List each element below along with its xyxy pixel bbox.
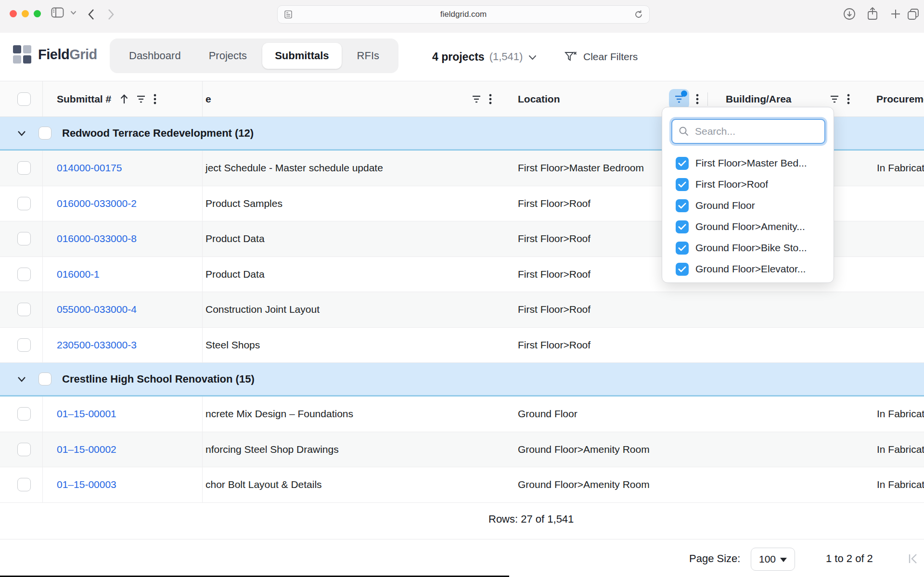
submittal-number-link[interactable]: 055000-033000-4: [57, 304, 137, 315]
row-checkbox[interactable]: [17, 232, 31, 245]
row-checkbox[interactable]: [17, 407, 31, 421]
chevron-down-icon: [528, 55, 537, 60]
new-tab-icon[interactable]: [890, 9, 901, 19]
row-checkbox[interactable]: [17, 478, 31, 491]
table-row[interactable]: 01–15-00001 ncrete Mix Design – Foundati…: [0, 397, 924, 432]
select-all-cell: [0, 81, 42, 116]
checked-checkbox[interactable]: [676, 199, 689, 212]
nav-tab-projects[interactable]: Projects: [196, 43, 259, 69]
column-label: Procurement: [861, 93, 924, 105]
filter-option[interactable]: First Floor>Roof: [662, 174, 834, 195]
project-selector-label: 4 projects: [432, 51, 485, 64]
filter-active-badge: [681, 90, 687, 97]
checked-checkbox[interactable]: [676, 157, 689, 170]
forward-button[interactable]: [108, 9, 115, 20]
downloads-icon[interactable]: [843, 8, 856, 20]
page-size-value: 100: [759, 553, 776, 565]
column-menu-icon[interactable]: [154, 93, 156, 105]
fieldgrid-logo-icon: [13, 45, 31, 64]
checked-checkbox[interactable]: [676, 178, 689, 191]
filter-option-label: First Floor>Master Bed...: [695, 157, 807, 169]
filter-icon[interactable]: [830, 95, 839, 103]
nav-tab-dashboard[interactable]: Dashboard: [116, 43, 193, 69]
brand-name: FieldGrid: [38, 47, 97, 63]
reload-icon[interactable]: [634, 10, 643, 19]
row-checkbox[interactable]: [17, 268, 31, 281]
table-row[interactable]: 230500-033000-3 Steel Shops First Floor>…: [0, 328, 924, 363]
filter-option[interactable]: Ground Floor: [662, 195, 834, 216]
submittal-number-link[interactable]: 014000-00175: [57, 162, 122, 174]
filter-option[interactable]: Ground Floor>Amenity...: [662, 216, 834, 237]
filter-search-field[interactable]: [671, 119, 825, 144]
filter-search-input[interactable]: [694, 125, 816, 138]
submittal-number-link[interactable]: 01–15-00001: [57, 408, 116, 420]
group-select-checkbox[interactable]: [38, 372, 51, 385]
collapse-group-chevron-icon[interactable]: [17, 130, 26, 136]
group-select-checkbox[interactable]: [38, 127, 51, 140]
table-row[interactable]: 055000-033000-4 Construction Joint Layou…: [0, 292, 924, 328]
app-header: FieldGrid DashboardProjectsSubmittalsRFI…: [0, 33, 924, 81]
filter-x-icon: [564, 51, 578, 63]
column-header-procurement[interactable]: Procurement: [861, 81, 924, 116]
title-cell: Product Data: [202, 221, 505, 256]
zoom-window-button[interactable]: [34, 10, 41, 17]
checked-checkbox[interactable]: [676, 220, 689, 233]
page-size-label: Page Size:: [689, 552, 740, 565]
nav-tab-submittals[interactable]: Submittals: [262, 43, 341, 69]
tab-overview-icon[interactable]: [907, 8, 920, 21]
brand: FieldGrid: [13, 45, 97, 64]
back-button[interactable]: [88, 9, 94, 20]
sort-ascending-icon[interactable]: [120, 94, 128, 104]
checked-checkbox[interactable]: [676, 242, 689, 255]
first-page-button[interactable]: [908, 552, 919, 565]
submittal-number-link[interactable]: 01–15-00003: [57, 479, 116, 490]
column-menu-icon[interactable]: [847, 93, 850, 105]
filter-option[interactable]: First Floor>Master Bed...: [662, 153, 834, 174]
reader-icon[interactable]: [283, 10, 293, 19]
row-checkbox[interactable]: [17, 443, 31, 456]
row-checkbox[interactable]: [17, 338, 31, 352]
nav-tab-rfis[interactable]: RFIs: [345, 43, 392, 69]
checked-checkbox[interactable]: [676, 263, 689, 276]
close-window-button[interactable]: [10, 10, 17, 17]
title-cell: ject Schedule - Master schedule update: [202, 151, 505, 186]
toolbar-chevron-down-icon[interactable]: [70, 11, 77, 15]
collapse-group-chevron-icon[interactable]: [17, 376, 26, 382]
active-filter-icon[interactable]: [669, 89, 689, 109]
submittal-number-link[interactable]: 01–15-00002: [57, 444, 116, 455]
procurement-cell: [861, 221, 924, 256]
row-checkbox[interactable]: [17, 303, 31, 316]
share-icon[interactable]: [866, 7, 879, 21]
address-bar[interactable]: fieldgrid.com: [277, 5, 650, 24]
procurement-cell: In Fabrication: [861, 397, 924, 432]
main-nav: DashboardProjectsSubmittalsRFIs: [110, 38, 398, 73]
submittal-number-link[interactable]: 016000-1: [57, 269, 100, 280]
sidebar-icon[interactable]: [51, 7, 64, 18]
row-checkbox[interactable]: [17, 197, 31, 210]
location-cell: Ground Floor>Amenity Room: [505, 467, 707, 502]
procurement-cell: In Fabrication: [861, 432, 924, 467]
table-row[interactable]: 01–15-00002 nforcing Steel Shop Drawings…: [0, 432, 924, 468]
row-checkbox[interactable]: [17, 161, 31, 175]
table-row[interactable]: 01–15-00003 chor Bolt Layout & Details G…: [0, 467, 924, 503]
submittal-number-link[interactable]: 230500-033000-3: [57, 339, 137, 351]
group-header-row[interactable]: Crestline High School Renovation (15): [0, 363, 924, 397]
column-header-title[interactable]: e: [202, 81, 505, 116]
filter-option[interactable]: Ground Floor>Bike Sto...: [662, 237, 834, 258]
filter-option[interactable]: Ground Floor>Elevator...: [662, 258, 834, 280]
minimize-window-button[interactable]: [22, 10, 29, 17]
submittal-number-link[interactable]: 016000-033000-8: [57, 233, 137, 244]
filter-icon[interactable]: [136, 95, 146, 103]
select-all-checkbox[interactable]: [17, 92, 31, 106]
project-selector[interactable]: 4 projects (1,541): [432, 33, 537, 81]
column-menu-icon[interactable]: [489, 93, 492, 105]
column-header-submittal[interactable]: Submittal #: [42, 81, 202, 116]
procurement-cell: [861, 292, 924, 327]
filter-icon[interactable]: [472, 95, 481, 103]
clear-filters-button[interactable]: Clear Filters: [564, 33, 638, 81]
title-cell: Product Data: [202, 257, 505, 292]
submittal-number-link[interactable]: 016000-033000-2: [57, 198, 137, 209]
page-size-select[interactable]: 100: [751, 548, 795, 571]
building-area-cell: [707, 467, 861, 502]
column-menu-icon[interactable]: [696, 93, 699, 105]
